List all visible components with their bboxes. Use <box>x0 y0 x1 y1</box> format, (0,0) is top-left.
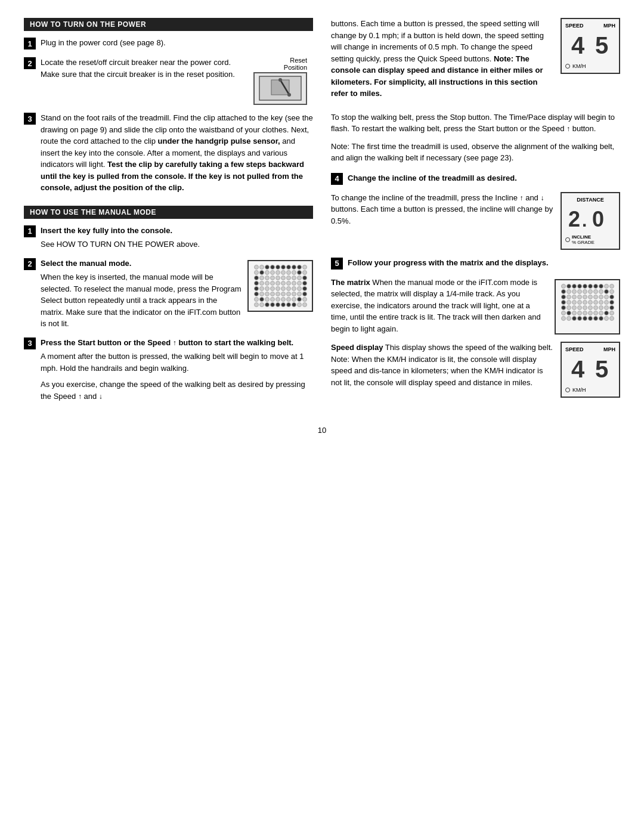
power-step2-text: Locate the reset/off circuit breaker nea… <box>41 57 242 80</box>
stop-para: To stop the walking belt, press the Stop… <box>331 112 620 135</box>
distance-header: DISTANCE <box>565 197 615 203</box>
matrix-display-img <box>247 260 313 312</box>
section-manual: HOW TO USE THE MANUAL MODE 1 Insert the … <box>24 206 313 402</box>
power-step3: 3 Stand on the foot rails of the treadmi… <box>24 112 313 194</box>
matrix-track-display <box>555 279 620 335</box>
svg-text:0: 0 <box>592 207 605 229</box>
manual-step2-text: When the key is inserted, the manual mod… <box>41 271 242 330</box>
kmh-dot <box>565 64 570 69</box>
reset-label: Reset <box>290 57 307 64</box>
step-num-3: 3 <box>24 113 36 125</box>
speed2-label: SPEED <box>565 346 584 352</box>
power-step1-text: Plug in the power cord (see page 8). <box>41 37 313 49</box>
circuit-breaker-svg <box>256 75 304 102</box>
kmh-label-2: KM/H <box>572 387 586 393</box>
manual-step-num-2: 2 <box>24 258 36 270</box>
manual-step1: 1 Insert the key fully into the console.… <box>24 225 313 250</box>
step5-num: 5 <box>331 258 343 270</box>
matrix-section: The matrix When the manual mode or the i… <box>331 277 620 335</box>
manual-step1-text: See HOW TO TURN ON THE POWER above. <box>41 239 313 250</box>
speed-number: 4 5 <box>565 30 615 62</box>
right-column: buttons. Each time a button is pressed, … <box>331 18 620 414</box>
step-num-2: 2 <box>24 57 36 69</box>
section-power: HOW TO TURN ON THE POWER 1 Plug in the p… <box>24 18 313 194</box>
incline-label: INCLINE <box>572 234 595 240</box>
speed-label: SPEED <box>565 23 584 29</box>
section-power-header: HOW TO TURN ON THE POWER <box>24 18 313 31</box>
svg-point-4 <box>287 93 291 97</box>
step5-bold: Follow your progress with the matrix and… <box>348 258 549 267</box>
speed-display-panel: SPEED MPH 4 5 KM/H <box>561 18 620 104</box>
manual-step3-text: A moment after the button is pressed, th… <box>41 351 313 374</box>
svg-text:4: 4 <box>571 32 586 57</box>
svg-rect-1 <box>271 80 289 95</box>
mph-label: MPH <box>603 23 615 29</box>
page-number: 10 <box>24 426 620 435</box>
manual-step2: 2 Select the manual mode. When the key i… <box>24 258 313 330</box>
step4-bold: Change the incline of the treadmill as d… <box>348 174 517 182</box>
manual-step-num-1: 1 <box>24 225 36 237</box>
manual-step3: 3 Press the Start button or the Speed ↑ … <box>24 337 313 402</box>
reset-box <box>253 72 307 105</box>
speed-display-2: SPEED MPH 4 5 KM/H <box>561 342 620 398</box>
grade-label: % GRADE <box>572 240 595 245</box>
svg-point-3 <box>278 78 282 82</box>
distance-display: DISTANCE 2 . 0 INCLINE % GRADE <box>561 192 620 250</box>
svg-text:5: 5 <box>595 32 609 57</box>
step4: 4 Change the incline of the treadmill as… <box>331 172 620 185</box>
position-label: Position <box>284 64 307 71</box>
manual-step-num-3: 3 <box>24 337 36 349</box>
incline-dot <box>565 237 570 242</box>
matrix-label: The matrix <box>331 278 370 287</box>
svg-text:4: 4 <box>571 356 586 380</box>
page-layout: HOW TO TURN ON THE POWER 1 Plug in the p… <box>24 18 620 414</box>
manual-step2-bold: Select the manual mode. <box>41 259 131 268</box>
step-num-1: 1 <box>24 38 36 49</box>
note-para: Note: The first time the treadmill is us… <box>331 141 620 164</box>
kmh-dot-2 <box>565 388 570 392</box>
manual-step1-bold: Insert the key fully into the console. <box>41 226 172 235</box>
svg-text:.: . <box>582 210 588 229</box>
kmh-label: KM/H <box>572 63 586 69</box>
power-step1: 1 Plug in the power cord (see page 8). <box>24 37 313 49</box>
svg-text:5: 5 <box>595 356 609 380</box>
svg-text:2: 2 <box>568 207 581 229</box>
power-step2: 2 Locate the reset/off circuit breaker n… <box>24 57 313 105</box>
speed-display-label: Speed display <box>331 343 383 352</box>
speed-display-section: Speed display This display shows the spe… <box>331 342 620 398</box>
section-manual-header: HOW TO USE THE MANUAL MODE <box>24 206 313 219</box>
step4-block: 4 Change the incline of the treadmill as… <box>331 172 620 250</box>
step5: 5 Follow your progress with the matrix a… <box>331 257 620 270</box>
mph2-label: MPH <box>603 346 615 352</box>
power-step3-text: Stand on the foot rails of the treadmill… <box>41 112 313 194</box>
step4-num: 4 <box>331 173 343 185</box>
left-column: HOW TO TURN ON THE POWER 1 Plug in the p… <box>24 18 313 414</box>
right-intro-block: buttons. Each time a button is pressed, … <box>331 18 620 104</box>
step5-block: 5 Follow your progress with the matrix a… <box>331 257 620 398</box>
reset-position-image: Reset Position <box>247 57 313 105</box>
